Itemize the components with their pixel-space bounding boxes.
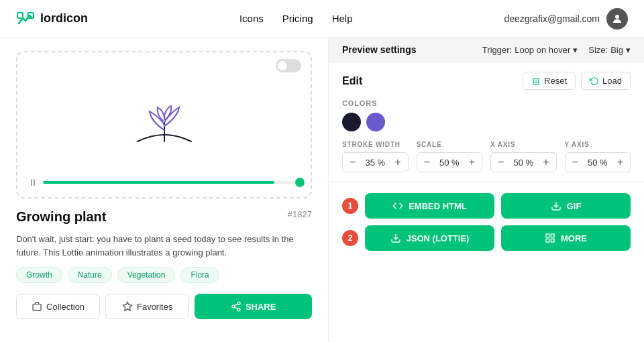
icon-title: Growing plant	[16, 209, 106, 225]
preview-settings-bar: Preview settings Trigger: Loop on hover …	[329, 38, 644, 62]
trigger-dropdown[interactable]: Trigger: Loop on hover ▾	[482, 45, 578, 55]
svg-point-6	[237, 302, 240, 304]
xaxis-label: X AXIS	[490, 141, 557, 148]
nav-help[interactable]: Help	[332, 13, 353, 24]
progress-dot	[295, 178, 305, 187]
more-icon	[545, 233, 555, 243]
main-layout: ⏸ Growing plant #1827 Don't wait, just s…	[0, 38, 644, 342]
code-icon	[392, 201, 403, 211]
share-button[interactable]: SHARE	[195, 294, 312, 319]
right-panel: Preview settings Trigger: Loop on hover …	[329, 38, 644, 342]
logo[interactable]: lordicon	[16, 11, 88, 26]
xaxis-control: − 50 % +	[490, 152, 557, 172]
load-button[interactable]: Load	[581, 72, 631, 90]
collection-button[interactable]: Collection	[16, 294, 100, 319]
action-bar: Collection Favorites SHARE	[16, 294, 312, 319]
embed-html-label: EMBED HTML	[409, 201, 467, 211]
reset-label: Reset	[544, 76, 567, 86]
tag-flora[interactable]: Flora	[180, 267, 219, 283]
progress-track[interactable]	[43, 181, 300, 184]
icon-desc: Don't wait, just start: you have to plan…	[16, 233, 312, 259]
trigger-label: Trigger:	[482, 45, 512, 55]
yaxis-label: Y AXIS	[565, 141, 631, 148]
json-button[interactable]: JSON (LOTTIE)	[365, 225, 494, 251]
stroke-control: − 35 % +	[342, 152, 409, 172]
stroke-plus-button[interactable]: +	[393, 156, 402, 168]
favorites-label: Favorites	[137, 302, 172, 312]
load-label: Load	[602, 76, 622, 86]
stroke-width-group: STROKE WIDTH − 35 % +	[342, 141, 409, 172]
chevron-down-icon: ▾	[573, 45, 578, 55]
svg-point-2	[615, 15, 619, 19]
preview-settings-label: Preview settings	[342, 44, 417, 55]
main-nav: Icons Pricing Help	[239, 13, 353, 24]
trigger-value: Loop on hover	[515, 45, 570, 55]
download-row-2: 2 JSON (LOTTIE) MORE	[342, 225, 631, 251]
size-label: Size:	[588, 45, 608, 55]
embed-html-button[interactable]: EMBED HTML	[365, 193, 494, 219]
favorites-button[interactable]: Favorites	[105, 294, 189, 319]
color-swatch-purple[interactable]	[366, 113, 385, 131]
icon-info: Growing plant #1827	[16, 209, 312, 225]
yaxis-control: − 50 % +	[565, 152, 631, 172]
chevron-down-icon-size: ▾	[626, 45, 631, 55]
color-swatch-dark[interactable]	[342, 113, 361, 131]
download-icon-json	[390, 233, 401, 243]
user-area: deezgrafix@gmail.com	[504, 8, 628, 30]
stroke-label: STROKE WIDTH	[342, 141, 409, 148]
reset-icon	[531, 76, 541, 86]
json-label: JSON (LOTTIE)	[407, 233, 470, 243]
params-row: STROKE WIDTH − 35 % + SCALE − 50 % +	[342, 141, 631, 172]
download-icon-gif	[551, 201, 561, 211]
tag-growth[interactable]: Growth	[16, 267, 62, 283]
toggle[interactable]	[276, 59, 301, 72]
star-icon	[122, 301, 133, 312]
plant-illustration	[124, 91, 205, 158]
tags: Growth Nature Vegetation Flora	[16, 267, 312, 283]
yaxis-minus-button[interactable]: −	[571, 156, 580, 168]
svg-rect-4	[33, 304, 41, 310]
pause-icon[interactable]: ⏸	[28, 177, 38, 188]
scale-group: SCALE − 50 % +	[417, 141, 483, 172]
toggle-area[interactable]	[276, 59, 301, 72]
xaxis-minus-button[interactable]: −	[496, 156, 505, 168]
collection-label: Collection	[46, 302, 85, 312]
colors-section: COLORS	[342, 99, 631, 131]
scale-minus-button[interactable]: −	[423, 156, 431, 168]
gif-button[interactable]: GIF	[501, 193, 631, 219]
tag-vegetation[interactable]: Vegetation	[117, 267, 176, 283]
size-value: Big	[610, 45, 623, 55]
tag-nature[interactable]: Nature	[68, 267, 112, 283]
more-button[interactable]: MORE	[501, 225, 631, 251]
load-icon	[590, 76, 599, 86]
edit-header: Edit Reset Load	[342, 72, 631, 90]
stroke-value: 35 %	[360, 158, 390, 168]
preview-area: ⏸	[16, 51, 312, 198]
share-label: SHARE	[246, 302, 276, 312]
scale-plus-button[interactable]: +	[468, 156, 476, 168]
gif-label: GIF	[567, 201, 582, 211]
reset-button[interactable]: Reset	[523, 72, 576, 90]
step-1-badge: 1	[342, 198, 358, 214]
collection-icon	[32, 301, 42, 312]
svg-line-9	[235, 307, 238, 309]
edit-buttons: Reset Load	[523, 72, 631, 90]
svg-point-7	[232, 305, 235, 308]
scale-control: − 50 % +	[417, 152, 483, 172]
size-dropdown[interactable]: Size: Big ▾	[588, 45, 631, 55]
color-swatches	[342, 113, 631, 131]
svg-rect-15	[546, 239, 549, 242]
nav-icons[interactable]: Icons	[239, 13, 264, 24]
share-icon	[231, 301, 241, 312]
user-email: deezgrafix@gmail.com	[504, 13, 600, 24]
yaxis-plus-button[interactable]: +	[616, 156, 625, 168]
nav-pricing[interactable]: Pricing	[282, 13, 313, 24]
logo-text: lordicon	[40, 11, 88, 25]
logo-icon	[16, 11, 35, 26]
scale-label: SCALE	[417, 141, 483, 148]
scale-value: 50 %	[434, 158, 465, 168]
stroke-minus-button[interactable]: −	[348, 156, 357, 168]
avatar[interactable]	[606, 8, 628, 30]
svg-rect-14	[551, 234, 554, 237]
xaxis-plus-button[interactable]: +	[541, 156, 550, 168]
